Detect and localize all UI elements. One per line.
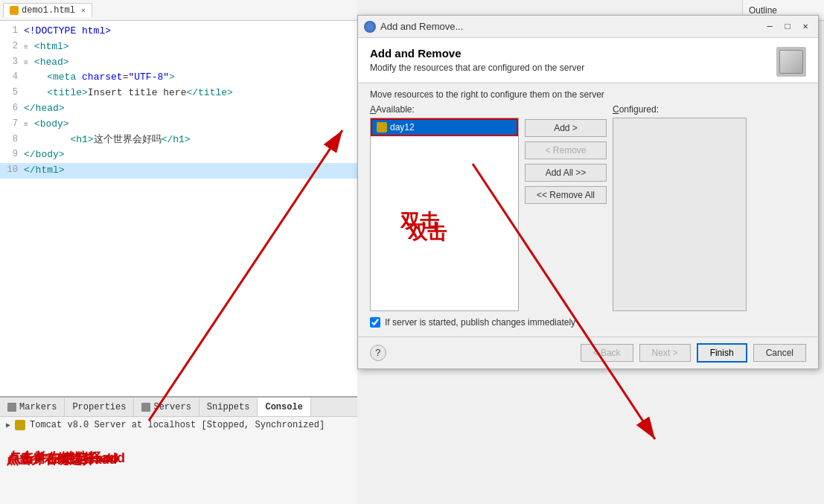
code-line-8: 8 <h1>这个世界会好吗</h1> [0, 133, 357, 148]
tab-markers[interactable]: Markers [0, 398, 65, 416]
next-button[interactable]: Next > [639, 344, 691, 362]
help-button[interactable]: ? [370, 345, 386, 361]
available-list[interactable]: day12 [370, 118, 519, 311]
add-button[interactable]: Add > [525, 119, 607, 137]
panel-tabs: Markers Properties Servers Snippets Cons… [0, 398, 357, 417]
day12-label: day12 [390, 122, 415, 133]
dialog-header-title: Add and Remove [370, 47, 584, 60]
tab-snippets-label: Snippets [207, 402, 250, 412]
dialog-header-text: Add and Remove Modify the resources that… [370, 47, 584, 73]
server-icon [15, 420, 25, 430]
file-tab-icon [10, 6, 19, 15]
configured-list[interactable] [613, 118, 747, 311]
dialog-columns: AAvailable: day12 Add > < Remove Add All… [370, 104, 806, 311]
tab-properties-label: Properties [72, 402, 126, 412]
back-button[interactable]: < Back [581, 344, 633, 362]
ide-panel: demo1.html ✕ 1 <!DOCTYPE html> 2 ≡ <html… [0, 0, 357, 504]
tab-servers[interactable]: Servers [134, 398, 199, 416]
code-line-10: 10 </html> [0, 163, 357, 179]
available-col: AAvailable: day12 [370, 104, 519, 311]
dialog-instruction: Move resources to the right to configure… [370, 83, 806, 104]
dialog-overlay: Outline Add and Remove... — □ ✕ Add and … [357, 0, 824, 504]
dialog-footer: ? < Back Next > Finish Cancel [358, 336, 818, 369]
tab-properties[interactable]: Properties [65, 398, 134, 416]
file-tab[interactable]: demo1.html ✕ [3, 3, 92, 17]
dialog-close-btn[interactable]: ✕ [799, 20, 812, 34]
server-entry[interactable]: ▶ Tomcat v8.0 Server at localhost [Stopp… [0, 417, 357, 433]
outline-label: Outline [749, 5, 777, 16]
dialog-title-icon [364, 21, 376, 33]
configured-col: Configured: [613, 104, 747, 311]
publish-checkbox[interactable] [370, 317, 380, 328]
dialog-title-text: Add and Remove... [380, 21, 758, 32]
tab-console-label: Console [265, 402, 302, 412]
tab-snippets[interactable]: Snippets [199, 398, 258, 416]
configured-label: Configured: [613, 104, 747, 115]
tab-bar: demo1.html ✕ [0, 0, 357, 21]
dialog-minimize-btn[interactable]: — [763, 20, 776, 34]
dialog-header-subtitle: Modify the resources that are configured… [370, 63, 584, 73]
code-line-4: 4 <meta charset="UTF-8"> [0, 70, 357, 86]
dialog-content: Move resources to the right to configure… [358, 83, 818, 336]
dialog-header: Add and Remove Modify the resources that… [358, 38, 818, 83]
transfer-buttons-col: Add > < Remove Add All >> << Remove All [525, 104, 607, 204]
server-entry-label: Tomcat v8.0 Server at localhost [Stopped… [30, 420, 325, 430]
available-label: AAvailable: [370, 104, 519, 115]
day12-icon [377, 122, 387, 133]
code-line-5: 5 <title>Insert title here</title> [0, 86, 357, 101]
code-line-7: 7 ≡ <body> [0, 117, 357, 133]
servers-icon [141, 403, 150, 412]
cancel-button[interactable]: Cancel [753, 344, 806, 362]
bottom-panel: Markers Properties Servers Snippets Cons… [0, 396, 357, 504]
remove-button[interactable]: < Remove [525, 141, 607, 159]
dialog-titlebar: Add and Remove... — □ ✕ [358, 16, 818, 38]
code-line-6: 6 </head> [0, 101, 357, 117]
publish-checkbox-row: If server is started, publish changes im… [370, 311, 806, 331]
dialog-header-icon [776, 47, 806, 77]
server-big-icon [779, 50, 803, 74]
tab-close-btn[interactable]: ✕ [81, 6, 86, 15]
code-editor[interactable]: 1 <!DOCTYPE html> 2 ≡ <html> 3 ≡ <head> … [0, 21, 357, 386]
code-line-9: 9 </body> [0, 147, 357, 163]
dialog-maximize-btn[interactable]: □ [781, 20, 794, 34]
list-item-day12[interactable]: day12 [371, 118, 518, 136]
expand-arrow-icon: ▶ [6, 421, 10, 430]
add-all-button[interactable]: Add All >> [525, 164, 607, 182]
remove-all-button[interactable]: << Remove All [525, 186, 607, 204]
file-tab-label: demo1.html [22, 5, 75, 16]
tab-markers-label: Markers [19, 402, 57, 412]
tab-servers-label: Servers [153, 402, 191, 412]
dialog-window: Add and Remove... — □ ✕ Add and Remove M… [357, 15, 819, 369]
code-line-1: 1 <!DOCTYPE html> [0, 24, 357, 39]
code-line-3: 3 ≡ <head> [0, 55, 357, 71]
publish-checkbox-label: If server is started, publish changes im… [385, 317, 575, 328]
tab-console[interactable]: Console [258, 398, 310, 416]
markers-icon [7, 403, 16, 412]
finish-button[interactable]: Finish [697, 343, 747, 363]
code-line-2: 2 ≡ <html> [0, 39, 357, 55]
